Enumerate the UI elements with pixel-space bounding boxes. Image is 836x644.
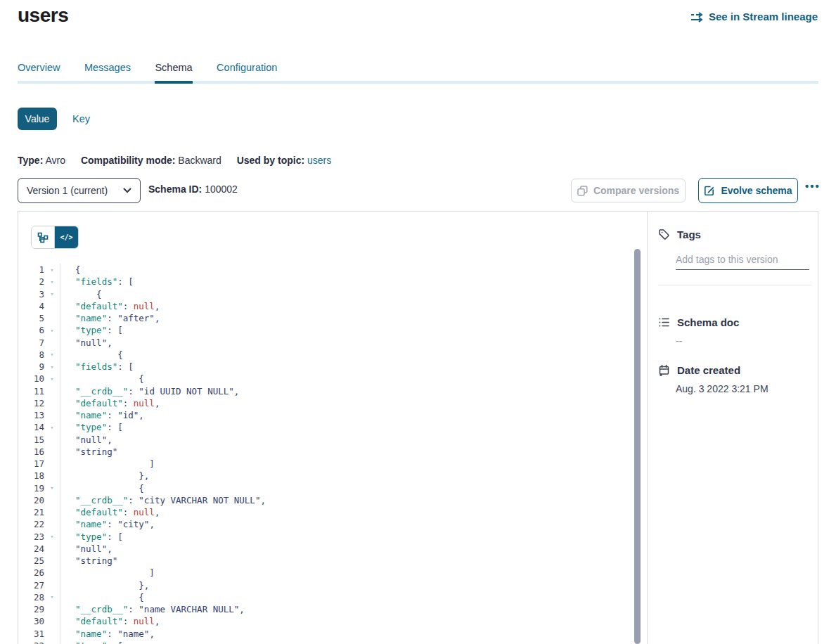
code-line: 10▾ { bbox=[18, 373, 634, 385]
code-text: "name": "id", bbox=[60, 409, 634, 421]
fold-arrow-icon[interactable]: ▾ bbox=[44, 363, 60, 371]
value-toggle-button[interactable]: Value bbox=[18, 108, 57, 130]
scrollbar-thumb[interactable] bbox=[634, 249, 641, 644]
line-number: 5 bbox=[18, 313, 44, 323]
line-number: 12 bbox=[18, 398, 44, 408]
code-text: { bbox=[60, 288, 634, 300]
line-number: 19 bbox=[18, 483, 44, 494]
code-text: "default": null, bbox=[60, 300, 634, 312]
line-number: 28 bbox=[18, 592, 44, 603]
code-line: 25 "string" bbox=[18, 555, 634, 567]
fold-arrow-icon[interactable]: ▾ bbox=[44, 593, 60, 600]
compare-versions-button[interactable]: Compare versions bbox=[571, 179, 686, 202]
fold-arrow-icon[interactable]: ▾ bbox=[44, 327, 60, 334]
code-text: "default": null, bbox=[60, 506, 634, 518]
code-line: 12 "default": null, bbox=[18, 397, 634, 409]
line-number: 2 bbox=[18, 276, 44, 287]
code-line: 30 "default": null, bbox=[18, 615, 634, 627]
schema-doc-section-header: Schema doc bbox=[658, 316, 739, 328]
topic-link[interactable]: users bbox=[307, 155, 331, 166]
code-line: 16 "string" bbox=[18, 446, 634, 458]
compatibility-value: Backward bbox=[178, 155, 221, 166]
code-line: 19▾ { bbox=[18, 482, 634, 494]
code-line: 27 }, bbox=[18, 579, 634, 591]
code-line: 28▾ { bbox=[18, 591, 634, 603]
code-line: 13 "name": "id", bbox=[18, 409, 634, 421]
code-text: "name": "after", bbox=[60, 312, 634, 324]
key-toggle-button[interactable]: Key bbox=[72, 113, 90, 124]
code-text: "type": [ bbox=[60, 324, 634, 336]
fold-arrow-icon[interactable]: ▾ bbox=[44, 278, 60, 285]
tab-schema[interactable]: Schema bbox=[155, 61, 192, 84]
line-number: 14 bbox=[18, 422, 44, 432]
line-number: 1 bbox=[18, 264, 44, 275]
line-number: 18 bbox=[18, 470, 44, 481]
code-line: 3▾ { bbox=[18, 288, 634, 300]
fold-arrow-icon[interactable]: ▾ bbox=[44, 351, 60, 358]
code-text: }, bbox=[60, 470, 634, 482]
line-number: 27 bbox=[18, 580, 44, 591]
code-line: 5 "name": "after", bbox=[18, 312, 634, 324]
edit-icon bbox=[704, 185, 715, 196]
fold-arrow-icon[interactable]: ▾ bbox=[44, 375, 60, 382]
code-text: ] bbox=[60, 458, 634, 470]
type-value: Avro bbox=[45, 155, 65, 166]
view-toggle-group: </> bbox=[31, 226, 79, 249]
code-text: { bbox=[60, 349, 634, 361]
code-text: "string" bbox=[60, 446, 634, 458]
page-title: users bbox=[18, 4, 68, 27]
evolve-schema-label: Evolve schema bbox=[721, 185, 792, 196]
fold-arrow-icon[interactable]: ▾ bbox=[44, 290, 60, 297]
code-view-icon: </> bbox=[60, 233, 72, 241]
line-number: 13 bbox=[18, 410, 44, 420]
type-label: Type: bbox=[18, 155, 43, 166]
stream-lineage-link[interactable]: See in Stream lineage bbox=[690, 11, 818, 22]
tree-view-button[interactable] bbox=[32, 226, 55, 248]
tab-configuration[interactable]: Configuration bbox=[217, 61, 277, 84]
line-number: 26 bbox=[18, 567, 44, 578]
code-text: "name": "city", bbox=[60, 518, 634, 530]
line-number: 16 bbox=[18, 446, 44, 457]
code-text: "__crdb__": "id UUID NOT NULL", bbox=[60, 385, 634, 397]
code-view-button[interactable]: </> bbox=[55, 226, 78, 248]
code-text: "null", bbox=[60, 434, 634, 446]
code-line: 8▾ { bbox=[18, 349, 634, 361]
code-line: 1▾{ bbox=[18, 264, 634, 276]
tab-overview[interactable]: Overview bbox=[18, 61, 60, 84]
code-line: 15 "null", bbox=[18, 434, 634, 446]
fold-arrow-icon[interactable]: ▾ bbox=[44, 266, 60, 273]
code-line: 6▾ "type": [ bbox=[18, 324, 634, 336]
code-text: { bbox=[60, 591, 634, 603]
schema-panel: </> 1▾{2▾ "fields": [3▾ {4 "default": nu… bbox=[18, 211, 818, 644]
line-number: 24 bbox=[18, 543, 44, 554]
code-text: "type": [ bbox=[60, 421, 634, 433]
schema-doc-title: Schema doc bbox=[677, 316, 739, 328]
tab-messages[interactable]: Messages bbox=[84, 61, 131, 84]
fold-arrow-icon[interactable]: ▾ bbox=[44, 484, 60, 491]
fold-arrow-icon[interactable]: ▾ bbox=[44, 424, 60, 431]
code-line: 18 }, bbox=[18, 470, 634, 482]
compare-versions-label: Compare versions bbox=[593, 185, 679, 196]
schema-id-label: Schema ID: bbox=[148, 183, 202, 195]
version-select[interactable]: Version 1 (current) bbox=[18, 178, 141, 203]
line-number: 23 bbox=[18, 532, 44, 542]
code-text: "type": [ bbox=[60, 640, 634, 644]
line-number: 32 bbox=[18, 640, 44, 644]
sidebar-divider bbox=[658, 285, 811, 285]
code-line: 24 "null", bbox=[18, 543, 634, 555]
line-number: 3 bbox=[18, 289, 44, 300]
code-line: 17 ] bbox=[18, 458, 634, 470]
fold-arrow-icon[interactable]: ▾ bbox=[44, 533, 60, 540]
line-number: 15 bbox=[18, 434, 44, 445]
line-number: 31 bbox=[18, 629, 44, 639]
tab-bar: Overview Messages Schema Configuration bbox=[18, 61, 298, 84]
line-number: 20 bbox=[18, 495, 44, 505]
code-line: 32▾ "type": [ bbox=[18, 640, 634, 644]
tags-input[interactable] bbox=[676, 252, 809, 270]
stream-lineage-icon bbox=[690, 11, 704, 22]
line-number: 7 bbox=[18, 337, 44, 348]
evolve-schema-button[interactable]: Evolve schema bbox=[698, 178, 798, 203]
code-line: 7 "null", bbox=[18, 337, 634, 349]
more-options-button[interactable]: ••• bbox=[805, 180, 821, 192]
line-number: 10 bbox=[18, 373, 44, 384]
